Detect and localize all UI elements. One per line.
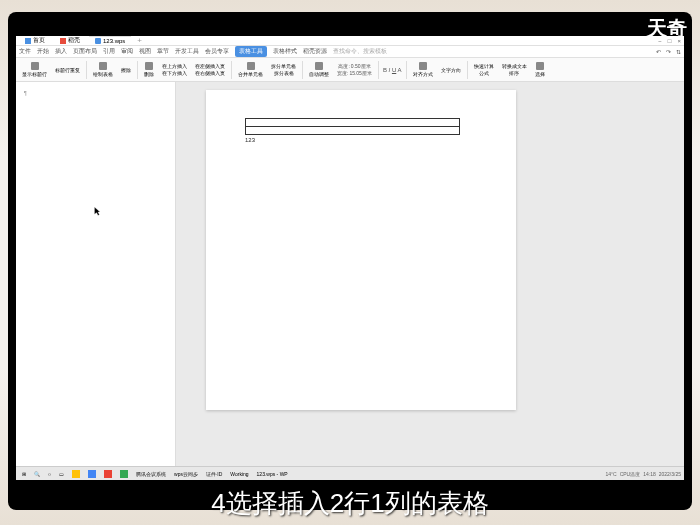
app-icon <box>72 470 80 478</box>
paragraph-marker: ¶ <box>24 90 27 96</box>
taskbar-item[interactable]: 123.wps - WP <box>254 470 291 478</box>
align-icon <box>419 62 427 70</box>
tab-docer[interactable]: 稻壳 <box>54 35 86 46</box>
menu-member[interactable]: 会员专享 <box>205 47 229 56</box>
doc-icon <box>95 38 101 44</box>
search-icon: 🔍 <box>34 471 40 477</box>
separator <box>378 61 379 79</box>
taskbar-app[interactable] <box>69 469 83 479</box>
separator <box>406 61 407 79</box>
calc-button[interactable]: 快速计算 <box>474 63 494 69</box>
taskbar-app[interactable] <box>101 469 115 479</box>
insert-left-button[interactable]: 在左侧插入页 <box>195 63 225 69</box>
home-icon <box>25 38 31 44</box>
select-icon <box>536 62 544 70</box>
menu-dev[interactable]: 开发工具 <box>175 47 199 56</box>
select-button[interactable]: 选择 <box>535 71 545 77</box>
taskbar-item[interactable]: Working <box>227 470 251 478</box>
menu-insert[interactable]: 插入 <box>55 47 67 56</box>
text-dir-button[interactable]: 文字方向 <box>441 67 461 73</box>
merge-button[interactable]: 合并单元格 <box>238 71 263 77</box>
tab-document[interactable]: 123.wps <box>89 36 131 45</box>
header-repeat-button[interactable]: 标题行重复 <box>55 67 80 73</box>
menu-table-tool[interactable]: 表格工具 <box>235 46 267 57</box>
table-row[interactable] <box>246 127 460 135</box>
inserted-table[interactable] <box>245 118 460 135</box>
header-icon <box>31 62 39 70</box>
menu-table-style[interactable]: 表格样式 <box>273 47 297 56</box>
split-button[interactable]: 拆分单元格 <box>271 63 296 69</box>
menubar: 文件 开始 插入 页面布局 引用 审阅 视图 章节 开发工具 会员专享 表格工具… <box>16 46 684 58</box>
document-text[interactable]: 123 <box>245 137 492 143</box>
new-tab-button[interactable]: + <box>134 36 145 45</box>
formula-button[interactable]: 公式 <box>479 70 489 76</box>
taskbar-item[interactable]: 证件·ID <box>203 470 225 478</box>
insert-below-button[interactable]: 在下方插入 <box>162 70 187 76</box>
cpu-temp[interactable]: CPU温度 <box>620 471 641 477</box>
insert-above-button[interactable]: 在上方插入 <box>162 63 187 69</box>
page-view[interactable]: 123 <box>176 82 684 471</box>
adjust-icon <box>315 62 323 70</box>
cortana-button[interactable]: ○ <box>45 470 54 478</box>
insert-right-button[interactable]: 在右侧插入页 <box>195 70 225 76</box>
start-button[interactable]: ⊞ <box>19 470 29 478</box>
width-value[interactable]: 15.05厘米 <box>349 70 372 76</box>
adjust-button[interactable]: 自动调整 <box>309 71 329 77</box>
to-text-button[interactable]: 转换成文本 <box>502 63 527 69</box>
tab-label: 稻壳 <box>68 36 80 45</box>
menu-ref[interactable]: 引用 <box>103 47 115 56</box>
table-cell[interactable] <box>246 127 460 135</box>
cortana-icon: ○ <box>48 471 51 477</box>
document-page[interactable]: 123 <box>206 90 516 410</box>
ribbon-toolbar: 显示标题行 标题行重复 绘制表格 擦除 删除 在上方插入在下方插入 在左侧插入页… <box>16 58 684 82</box>
table-cell[interactable] <box>246 119 460 127</box>
menu-section[interactable]: 章节 <box>157 47 169 56</box>
sort-button[interactable]: 排序 <box>509 70 519 76</box>
tab-home[interactable]: 首页 <box>19 35 51 46</box>
nav-pane[interactable]: ¶ <box>16 82 176 471</box>
taskbar-item[interactable]: 腾讯会议系统 <box>133 470 169 478</box>
show-header-button[interactable]: 显示标题行 <box>22 71 47 77</box>
separator <box>137 61 138 79</box>
menu-view[interactable]: 视图 <box>139 47 151 56</box>
draw-button[interactable]: 绘制表格 <box>93 71 113 77</box>
taskview-button[interactable]: ▭ <box>56 470 67 478</box>
content-area: ¶ 123 <box>16 82 684 471</box>
separator <box>302 61 303 79</box>
redo-icon[interactable]: ↷ <box>666 48 671 55</box>
split-table-button[interactable]: 拆分表格 <box>274 70 294 76</box>
clock-date[interactable]: 2022/3/25 <box>659 471 681 477</box>
menu-layout[interactable]: 页面布局 <box>73 47 97 56</box>
draw-icon <box>99 62 107 70</box>
taskbar-app[interactable] <box>117 469 131 479</box>
table-row[interactable] <box>246 119 460 127</box>
tab-label: 123.wps <box>103 38 125 44</box>
alignment-button[interactable]: 对齐方式 <box>413 71 433 77</box>
menu-start[interactable]: 开始 <box>37 47 49 56</box>
eraser-button[interactable]: 擦除 <box>121 67 131 73</box>
height-value[interactable]: 0.50厘米 <box>351 63 371 69</box>
menu-tool[interactable]: 稻壳资源 <box>303 47 327 56</box>
taskview-icon: ▭ <box>59 471 64 477</box>
search-button[interactable]: 🔍 <box>31 470 43 478</box>
system-tray: 14°C CPU温度 14:18 2022/3/25 <box>606 471 682 477</box>
separator <box>231 61 232 79</box>
taskbar-item[interactable]: wps云同步 <box>171 470 201 478</box>
monitor-frame: 天奇 首页 稻壳 123.wps + − □ × 文件 开始 插入 页面布局 引… <box>8 12 692 510</box>
video-subtitle: 4选择插入2行1列的表格 <box>0 486 700 525</box>
windows-taskbar: ⊞ 🔍 ○ ▭ 腾讯会议系统 wps云同步 证件·ID Working 123.… <box>16 466 684 480</box>
undo-icon[interactable]: ↶ <box>656 48 661 55</box>
app-icon <box>88 470 96 478</box>
sync-icon[interactable]: ⇅ <box>676 48 681 55</box>
separator <box>467 61 468 79</box>
height-label: 高度: <box>338 63 349 69</box>
weather-temp[interactable]: 14°C <box>606 471 617 477</box>
separator <box>86 61 87 79</box>
search-hint[interactable]: 查找命令、搜索模板 <box>333 47 387 56</box>
menu-review[interactable]: 审阅 <box>121 47 133 56</box>
menu-file[interactable]: 文件 <box>19 47 31 56</box>
delete-button[interactable]: 删除 <box>144 71 154 77</box>
app-icon <box>120 470 128 478</box>
clock-time[interactable]: 14:18 <box>643 471 656 477</box>
taskbar-app[interactable] <box>85 469 99 479</box>
